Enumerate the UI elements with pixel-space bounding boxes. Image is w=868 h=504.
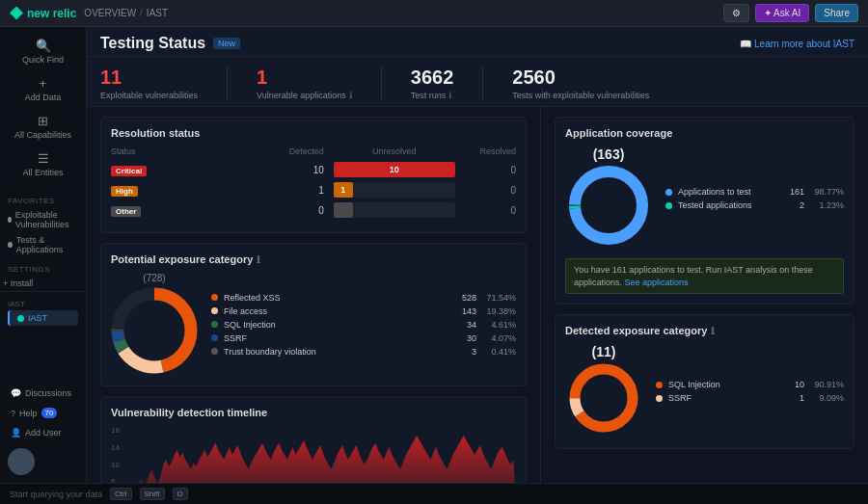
kbd-shift: Shift [140,488,165,500]
detected-total: (11) [565,344,642,359]
content-area: Testing Status New 📖 Learn more about IA… [87,27,868,483]
bar-container-critical: 10 [334,162,455,177]
bar-fill-other [334,202,353,218]
detected-other: 0 [203,205,334,216]
help-item[interactable]: ? Help 70 [8,405,78,421]
dot-icon-2 [8,242,13,248]
sidebar-label-capabilities: All Capabilities [14,130,71,140]
sidebar-nav: 🔍 Quick Find + Add Data ⊞ All Capabiliti… [0,27,86,189]
resolved-other: 0 [455,205,516,216]
stat-label-test-runs: Test runs ℹ [411,91,454,100]
detected-high: 1 [203,185,334,196]
stat-test-runs: 3662 Test runs ℹ [411,66,454,100]
breadcrumb-overview[interactable]: OVERVIEW [84,8,136,18]
sidebar-item-capabilities[interactable]: ⊞ All Capabilities [0,108,86,146]
learn-text: Learn more about IAST [754,39,854,49]
legend-pct-tbv: 0.41% [482,347,516,357]
bottom-prompt: Start querying your data [10,490,102,499]
breadcrumb: OVERVIEW / IAST [84,8,168,18]
detected-exposure-card: Detected exposure category ℹ (11) [555,314,854,449]
table-row: Other 0 0 [111,202,516,218]
table-row: Critical 10 10 0 [111,162,516,177]
avatar[interactable] [8,448,35,475]
col-status: Status [111,146,203,156]
stat-tests-exploitable: 2560 Tests with exploitable vulnerabilit… [512,66,649,100]
top-bar-right: ⚙ ✦ Ask AI Share [723,4,858,22]
tests-label: Tests & Applications [16,235,78,254]
learn-more-link[interactable]: 📖 Learn more about IAST [740,39,854,49]
resolved-high: 0 [455,185,516,196]
resolution-status-card: Resolution status Status Detected Unreso… [100,117,527,233]
install-label: + Install [3,279,33,288]
detected-donut-area: (11) SQL In [565,344,844,438]
favorites-section-label: FAVORITES [0,189,86,207]
share-button[interactable]: Share [815,4,858,22]
left-panel: Resolution status Status Detected Unreso… [87,107,540,483]
list-icon: ☰ [38,151,49,166]
legend-pct-file: 19.38% [482,306,516,316]
legend-val-sql: 34 [457,320,476,330]
bar-fill-critical: 10 [334,162,455,177]
exploitable-label: Exploitable Vulnerabilities [15,210,78,229]
legend-row: SSRF 30 4.07% [211,333,516,343]
status-label-other: Other [111,204,203,217]
discussions-item[interactable]: 💬 Discussions [8,385,78,401]
info-icon: ℹ [257,254,260,265]
timeline-area [130,436,516,483]
content-grid: Resolution status Status Detected Unreso… [87,107,868,483]
coverage-legend: Applications to test 161 98.77% Tested a… [665,187,844,210]
logo-text: new relic [27,7,76,20]
kbd-o: O [173,488,188,500]
add-user-item[interactable]: 👤 Add User [8,425,78,440]
bar-area-critical: 10 [334,162,455,177]
sidebar-item-add-data[interactable]: + Add Data [0,70,86,108]
sidebar-item-tests[interactable]: Tests & Applications [0,232,86,257]
ask-ai-button[interactable]: ✦ Ask AI [755,4,810,22]
install-button[interactable]: + Install [0,276,86,291]
resolved-critical: 0 [455,165,516,175]
settings-button[interactable]: ⚙ [723,4,749,22]
bar-container-high: 1 [334,182,455,198]
main-layout: 🔍 Quick Find + Add Data ⊞ All Capabiliti… [0,27,868,483]
settings-section-label: SETTINGS [0,257,86,276]
coverage-link[interactable]: See applications [625,278,689,287]
bottom-bar: Start querying your data Ctrl Shift O [0,483,868,504]
help-label: Help [19,409,38,418]
resolution-status-title: Resolution status [111,127,516,139]
legend-val-file: 143 [457,306,476,316]
breadcrumb-iast[interactable]: IAST [147,8,168,18]
add-user-label: Add User [25,428,62,438]
kbd-ctrl: Ctrl [110,488,131,500]
legend-label-app-test: Applications to test [678,187,779,197]
legend-row: Applications to test 161 98.77% [665,187,844,197]
legend-pct-ssrf-det: 9.09% [810,393,844,403]
page-header: Testing Status New 📖 Learn more about IA… [87,27,868,57]
table-row: High 1 1 0 [111,182,516,198]
legend-val-rxss: 528 [457,293,476,303]
iast-section: IAST IAST [0,291,86,330]
sidebar-item-entities[interactable]: ☰ All Entities [0,146,86,183]
stat-divider-2 [381,66,382,100]
top-bar-left: new relic OVERVIEW / IAST [10,7,168,20]
page-title: Testing Status [100,35,205,52]
legend-dot-tbv [211,348,218,355]
help-icon: ? [11,409,15,418]
sidebar-label-add-data: Add Data [25,93,62,102]
legend-label-tested: Tested applications [678,200,779,210]
iast-section-label: IAST [8,296,78,310]
sidebar-item-exploitable[interactable]: Exploitable Vulnerabilities [0,207,86,232]
logo: new relic [10,7,76,20]
donut-svg-potential [111,287,198,374]
sidebar-item-search[interactable]: 🔍 Quick Find [0,33,86,70]
sidebar: 🔍 Quick Find + Add Data ⊞ All Capabiliti… [0,27,87,483]
top-bar: new relic OVERVIEW / IAST ⚙ ✦ Ask AI Sha… [0,0,868,27]
sidebar-item-iast[interactable]: IAST [8,310,78,326]
legend-val-ssrf-det: 1 [785,393,804,403]
timeline-svg [130,426,516,483]
legend-val-tested: 2 [785,200,804,210]
legend-label-ssrf: SSRF [224,333,451,343]
legend-pct-sql: 4.61% [482,320,516,330]
bar-container-other [334,202,455,218]
right-panel: Application coverage (163) [540,107,868,483]
legend-pct-ssrf: 4.07% [482,333,516,343]
